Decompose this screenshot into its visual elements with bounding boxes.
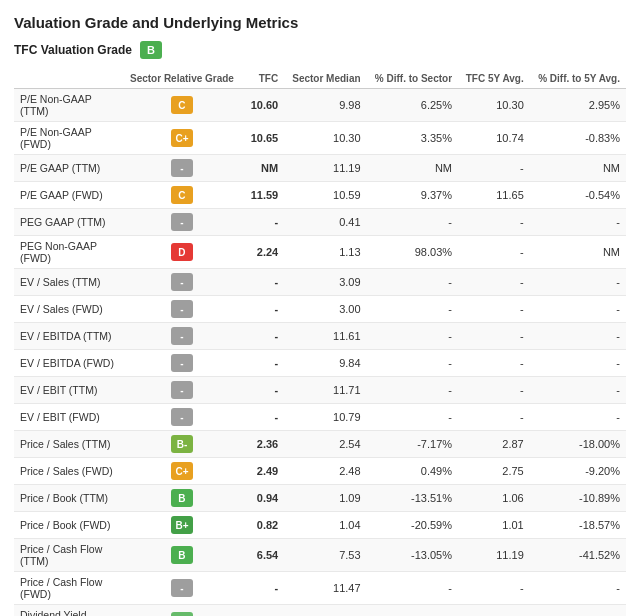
cell-pct-diff-sector: - [367, 269, 458, 296]
cell-metric: PEG GAAP (TTM) [14, 209, 124, 236]
cell-pct-diff-5y: - [530, 209, 626, 236]
cell-pct-diff-sector: 3.35% [367, 122, 458, 155]
cell-pct-diff-5y: NM [530, 155, 626, 182]
cell-grade: - [124, 350, 240, 377]
cell-pct-diff-5y: -18.57% [530, 512, 626, 539]
cell-tfc: 2.49 [240, 458, 284, 485]
valuation-grade-row: TFC Valuation Grade B [14, 41, 626, 59]
cell-pct-diff-sector: -7.17% [367, 431, 458, 458]
cell-pct-diff-sector: - [367, 296, 458, 323]
cell-grade: - [124, 377, 240, 404]
cell-metric: PEG Non-GAAP (FWD) [14, 236, 124, 269]
cell-pct-diff-5y: -9.20% [530, 458, 626, 485]
cell-tfc-5y: - [458, 323, 530, 350]
metrics-table: Sector Relative Grade TFC Sector Median … [14, 69, 626, 616]
cell-pct-diff-5y: -0.83% [530, 122, 626, 155]
cell-pct-diff-sector: -20.59% [367, 512, 458, 539]
cell-sector-median: 9.84 [284, 350, 366, 377]
cell-grade: D [124, 236, 240, 269]
page-container: Valuation Grade and Underlying Metrics T… [0, 0, 640, 616]
table-row: PEG GAAP (TTM)--0.41--- [14, 209, 626, 236]
grade-badge: - [171, 408, 193, 426]
cell-tfc-5y: 4.42% [458, 605, 530, 617]
cell-tfc-5y: - [458, 296, 530, 323]
cell-metric: P/E GAAP (FWD) [14, 182, 124, 209]
cell-tfc-5y: - [458, 404, 530, 431]
cell-pct-diff-sector: - [367, 377, 458, 404]
cell-metric: Price / Book (FWD) [14, 512, 124, 539]
cell-sector-median: 10.30 [284, 122, 366, 155]
cell-metric: EV / Sales (TTM) [14, 269, 124, 296]
table-row: Price / Sales (TTM)B-2.362.54-7.17%2.87-… [14, 431, 626, 458]
cell-grade: C [124, 89, 240, 122]
cell-tfc: 6.54 [240, 539, 284, 572]
col-header-tfc: TFC [240, 69, 284, 89]
cell-pct-diff-5y: 2.95% [530, 89, 626, 122]
page-title: Valuation Grade and Underlying Metrics [14, 14, 626, 31]
cell-metric: Price / Cash Flow (TTM) [14, 539, 124, 572]
cell-grade: B- [124, 431, 240, 458]
cell-tfc-5y: 2.75 [458, 458, 530, 485]
cell-tfc: - [240, 377, 284, 404]
cell-pct-diff-5y: - [530, 377, 626, 404]
cell-metric: EV / EBIT (TTM) [14, 377, 124, 404]
col-header-pct-diff-sector: % Diff. to Sector [367, 69, 458, 89]
grade-badge: - [171, 273, 193, 291]
cell-tfc-5y: 1.01 [458, 512, 530, 539]
table-row: P/E Non-GAAP (TTM)C10.609.986.25%10.302.… [14, 89, 626, 122]
cell-sector-median: 11.47 [284, 572, 366, 605]
cell-sector-median: 11.19 [284, 155, 366, 182]
cell-sector-median: 11.71 [284, 377, 366, 404]
cell-pct-diff-sector: - [367, 404, 458, 431]
cell-pct-diff-sector: 53.31% [367, 605, 458, 617]
cell-grade: - [124, 209, 240, 236]
cell-metric: EV / EBITDA (FWD) [14, 350, 124, 377]
cell-pct-diff-sector: 98.03% [367, 236, 458, 269]
cell-tfc: 10.65 [240, 122, 284, 155]
cell-pct-diff-5y: - [530, 350, 626, 377]
cell-pct-diff-sector: -13.51% [367, 485, 458, 512]
cell-tfc: - [240, 296, 284, 323]
cell-tfc-5y: - [458, 350, 530, 377]
grade-badge: B [171, 546, 193, 564]
cell-pct-diff-5y: NM [530, 236, 626, 269]
cell-tfc-5y: 10.30 [458, 89, 530, 122]
table-row: EV / EBITDA (FWD)--9.84--- [14, 350, 626, 377]
cell-metric: Dividend Yield (TTM) [14, 605, 124, 617]
grade-badge: A- [171, 612, 193, 616]
cell-metric: Price / Book (TTM) [14, 485, 124, 512]
table-row: EV / EBIT (TTM)--11.71--- [14, 377, 626, 404]
table-header-row: Sector Relative Grade TFC Sector Median … [14, 69, 626, 89]
cell-grade: C+ [124, 458, 240, 485]
cell-pct-diff-5y: -10.89% [530, 485, 626, 512]
cell-grade: - [124, 155, 240, 182]
grade-badge: - [171, 159, 193, 177]
cell-tfc-5y: - [458, 236, 530, 269]
cell-grade: C [124, 182, 240, 209]
cell-sector-median: 3.69% [284, 605, 366, 617]
cell-tfc: - [240, 323, 284, 350]
grade-badge: C [171, 96, 193, 114]
grade-badge: C+ [171, 462, 193, 480]
cell-pct-diff-5y: - [530, 404, 626, 431]
table-row: Price / Cash Flow (FWD)--11.47--- [14, 572, 626, 605]
grade-badge: C+ [171, 129, 193, 147]
cell-sector-median: 11.61 [284, 323, 366, 350]
cell-tfc: NM [240, 155, 284, 182]
cell-grade: - [124, 572, 240, 605]
grade-badge: - [171, 354, 193, 372]
cell-pct-diff-5y: - [530, 296, 626, 323]
cell-grade: B [124, 485, 240, 512]
cell-sector-median: 2.54 [284, 431, 366, 458]
col-header-tfc-5y: TFC 5Y Avg. [458, 69, 530, 89]
cell-tfc-5y: - [458, 572, 530, 605]
cell-pct-diff-5y: -41.52% [530, 539, 626, 572]
cell-pct-diff-5y: - [530, 572, 626, 605]
cell-pct-diff-5y: - [530, 269, 626, 296]
cell-tfc: - [240, 209, 284, 236]
grade-badge: B+ [171, 516, 193, 534]
col-header-sector-median: Sector Median [284, 69, 366, 89]
cell-grade: - [124, 404, 240, 431]
grade-badge: B [171, 489, 193, 507]
cell-metric: P/E Non-GAAP (TTM) [14, 89, 124, 122]
